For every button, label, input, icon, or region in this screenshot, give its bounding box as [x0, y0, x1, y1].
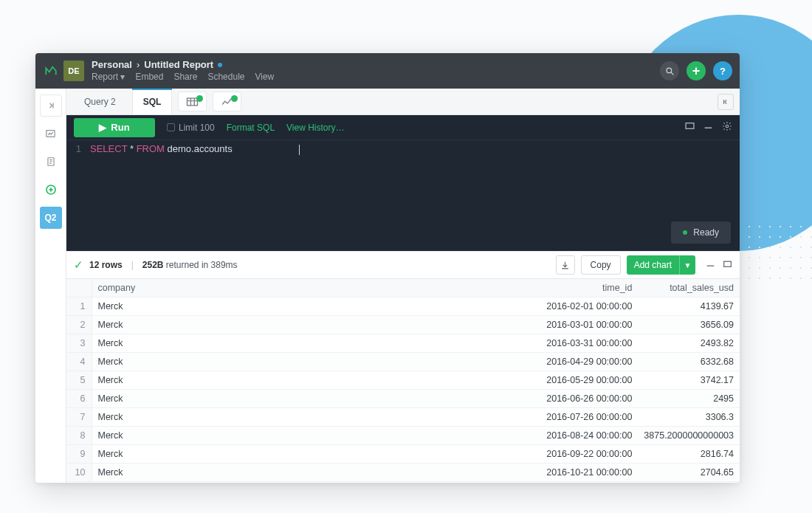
- cell-total-sales: 2816.74: [638, 445, 740, 464]
- status-dot-icon: [683, 230, 687, 235]
- report-builder-icon[interactable]: [40, 123, 62, 145]
- add-chart-button[interactable]: Add chart: [627, 255, 679, 275]
- row-number: 4: [66, 353, 92, 371]
- settings-gear-icon[interactable]: [722, 121, 732, 134]
- cell-total-sales: 3306.3: [638, 408, 740, 427]
- menu-embed[interactable]: Embed: [135, 72, 163, 83]
- cell-company: Merck: [92, 316, 505, 334]
- results-maximize-icon[interactable]: [723, 260, 732, 270]
- limit-toggle[interactable]: Limit 100: [167, 123, 215, 133]
- breadcrumb: Personal › Untitled Report Report ▾ Embe…: [92, 60, 274, 83]
- menu-report[interactable]: Report ▾: [92, 72, 125, 83]
- code-area[interactable]: 1 SELECT * FROM demo.accounts Ready: [66, 140, 740, 251]
- text-cursor-icon: [299, 145, 300, 155]
- menu-schedule[interactable]: Schedule: [207, 72, 244, 83]
- copy-button[interactable]: Copy: [581, 255, 621, 275]
- table-row[interactable]: 4Merck2016-04-29 00:00:006332.68: [66, 353, 740, 371]
- svg-rect-16: [686, 123, 694, 129]
- col-time-id[interactable]: time_id: [505, 279, 638, 297]
- cell-total-sales: 3875.2000000000003: [638, 427, 740, 445]
- minimize-icon[interactable]: [703, 121, 713, 134]
- table-row[interactable]: 7Merck2016-07-26 00:00:003306.3: [66, 408, 740, 427]
- table-header-row: company time_id total_sales_usd: [66, 279, 740, 297]
- row-number: 7: [66, 408, 92, 427]
- breadcrumb-report[interactable]: Untitled Report: [144, 60, 213, 71]
- run-button[interactable]: ▶ Run: [74, 118, 155, 137]
- add-table-button[interactable]: [178, 92, 207, 111]
- cell-time-id: 2016-06-26 00:00:00: [505, 390, 638, 408]
- topbar: DE Personal › Untitled Report Report ▾ E…: [35, 53, 740, 89]
- query-2-nav[interactable]: Q2: [40, 207, 62, 229]
- new-button[interactable]: +: [687, 61, 706, 80]
- cell-company: Merck: [92, 297, 505, 316]
- checkbox-icon: [167, 123, 175, 131]
- menu-view[interactable]: View: [255, 72, 274, 83]
- format-sql-link[interactable]: Format SQL: [227, 123, 275, 133]
- cell-time-id: 2016-02-01 00:00:00: [505, 297, 638, 316]
- search-button[interactable]: [660, 61, 679, 80]
- svg-line-1: [671, 72, 673, 75]
- help-button[interactable]: ?: [713, 61, 732, 80]
- cell-total-sales: 2495: [638, 390, 740, 408]
- sql-code[interactable]: SELECT * FROM demo.accounts: [87, 140, 740, 251]
- table-row[interactable]: 2Merck2016-03-01 00:00:003656.09: [66, 316, 740, 334]
- cell-time-id: 2016-07-26 00:00:00: [505, 408, 638, 427]
- row-number: 9: [66, 445, 92, 464]
- table-row[interactable]: 1Merck2016-02-01 00:00:004139.67: [66, 297, 740, 316]
- table-row[interactable]: 3Merck2016-03-31 00:00:002493.82: [66, 334, 740, 353]
- collapse-panel-button[interactable]: [718, 94, 734, 110]
- table-row[interactable]: 6Merck2016-06-26 00:00:002495: [66, 390, 740, 408]
- chevron-right-icon: ›: [137, 60, 140, 71]
- user-badge[interactable]: DE: [63, 61, 84, 81]
- download-button[interactable]: [556, 255, 575, 275]
- cell-total-sales: 3656.09: [638, 316, 740, 334]
- svg-point-0: [667, 68, 672, 73]
- row-number: 3: [66, 334, 92, 353]
- notebook-icon[interactable]: [40, 151, 62, 173]
- plus-badge-icon: [231, 95, 238, 102]
- row-count: 12 rows: [89, 260, 123, 270]
- cell-time-id: 2016-05-29 00:00:00: [505, 371, 638, 390]
- add-query-button[interactable]: [40, 179, 62, 201]
- cell-time-id: 2016-04-29 00:00:00: [505, 353, 638, 371]
- row-number: 1: [66, 297, 92, 316]
- expand-sidebar-button[interactable]: [40, 94, 62, 117]
- breadcrumb-workspace[interactable]: Personal: [92, 60, 132, 71]
- table-row[interactable]: 5Merck2016-05-29 00:00:003742.17: [66, 371, 740, 390]
- col-total-sales[interactable]: total_sales_usd: [638, 279, 740, 297]
- cell-total-sales: 3742.17: [638, 371, 740, 390]
- results-table[interactable]: company time_id total_sales_usd 1Merck20…: [66, 279, 740, 483]
- col-company[interactable]: company: [92, 279, 505, 297]
- cell-time-id: 2016-10-21 00:00:00: [505, 464, 638, 482]
- tab-query-name[interactable]: Query 2: [74, 89, 126, 114]
- cell-company: Merck: [92, 353, 505, 371]
- sql-editor: ▶ Run Limit 100 Format SQL View History…: [66, 115, 740, 251]
- menu-share[interactable]: Share: [173, 72, 197, 83]
- cell-time-id: 2016-08-24 00:00:00: [505, 427, 638, 445]
- cell-time-id: 2016-09-22 00:00:00: [505, 445, 638, 464]
- play-icon: ▶: [99, 122, 106, 133]
- cell-company: Merck: [92, 390, 505, 408]
- add-chart-button-group: Add chart ▼: [627, 255, 695, 275]
- cell-company: Merck: [92, 445, 505, 464]
- row-number: 2: [66, 316, 92, 334]
- plus-badge-icon: [196, 95, 203, 102]
- table-row[interactable]: 9Merck2016-09-22 00:00:002816.74: [66, 445, 740, 464]
- table-row[interactable]: 10Merck2016-10-21 00:00:002704.65: [66, 464, 740, 482]
- cell-company: Merck: [92, 427, 505, 445]
- cell-company: Merck: [92, 408, 505, 427]
- add-chart-tab-button[interactable]: [213, 92, 241, 111]
- line-gutter: 1: [66, 140, 87, 251]
- main-panel: Query 2 SQL: [66, 89, 740, 483]
- cell-company: Merck: [92, 464, 505, 482]
- row-number: 8: [66, 427, 92, 445]
- cell-total-sales: 2493.82: [638, 334, 740, 353]
- tab-sql[interactable]: SQL: [132, 89, 173, 114]
- add-chart-dropdown[interactable]: ▼: [679, 255, 695, 275]
- table-row[interactable]: 8Merck2016-08-24 00:00:003875.2000000000…: [66, 427, 740, 445]
- cell-time-id: 2016-03-31 00:00:00: [505, 334, 638, 353]
- results-minimize-icon[interactable]: [706, 260, 715, 270]
- svg-point-18: [726, 125, 729, 128]
- view-history-link[interactable]: View History…: [286, 123, 344, 133]
- fullscreen-icon[interactable]: [685, 121, 695, 134]
